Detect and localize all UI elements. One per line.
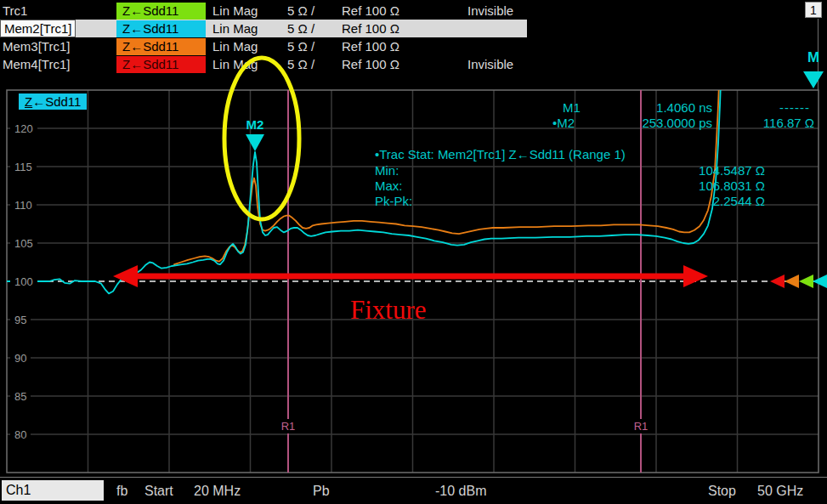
- marker-m1-value: 1.4060 ns: [595, 100, 712, 115]
- active-trace-chip[interactable]: Z←Sdd11: [19, 93, 87, 110]
- y-tick-105: 105: [10, 237, 37, 250]
- y-tick-120: 120: [10, 122, 37, 135]
- y-tick-90: 90: [10, 352, 31, 365]
- trac-stat-max-value: 106.8031 Ω: [637, 178, 765, 193]
- marker-m2-level: 116.87 Ω: [729, 116, 814, 130]
- fb-label: fb: [116, 481, 127, 501]
- marker-m1-name[interactable]: M1: [563, 100, 581, 115]
- y-tick-115: 115: [10, 161, 37, 173]
- marker-m1-flag-icon[interactable]: [803, 71, 824, 88]
- marker-m2-flag-label[interactable]: M2: [231, 117, 279, 132]
- trac-stat-min-label: Min:: [375, 163, 399, 178]
- y-tick-95: 95: [10, 314, 31, 326]
- fixture-annotation-label: Fixture: [350, 295, 427, 326]
- trac-stat-pkpk-value: 2.2544 Ω: [637, 194, 765, 208]
- y-tick-85: 85: [10, 390, 31, 403]
- marker-m1-flag-label[interactable]: M: [802, 49, 824, 66]
- power-value[interactable]: -10 dBm: [435, 481, 486, 501]
- trac-stat-pkpk-label: Pk-Pk:: [375, 194, 412, 208]
- pb-label: Pb: [313, 481, 330, 501]
- vna-screen: Trc1 Z←Sdd11 Lin Mag 5 Ω / Ref 100 Ω Inv…: [0, 0, 827, 504]
- plot-canvas: [0, 0, 827, 504]
- range-marker-r1-label[interactable]: R1: [277, 419, 299, 433]
- y-tick-100: 100: [10, 275, 37, 288]
- trac-stat-max-label: Max:: [375, 178, 403, 193]
- marker-m1-level: ------: [742, 100, 810, 115]
- trac-stat-min-value: 104.5487 Ω: [637, 163, 765, 178]
- y-tick-110: 110: [10, 199, 37, 212]
- y-tick-80: 80: [10, 428, 31, 441]
- start-value[interactable]: 20 MHz: [194, 481, 241, 501]
- stop-value[interactable]: 50 GHz: [757, 481, 803, 501]
- marker-m2-name[interactable]: •M2: [552, 116, 575, 130]
- range-marker-r1-label[interactable]: R1: [630, 419, 652, 433]
- trac-stat-title: •Trac Stat: Mem2[Trc1] Z←Sdd11 (Range 1): [375, 147, 626, 161]
- marker-m2-value: 253.0000 ps: [595, 116, 712, 130]
- start-label[interactable]: Start: [144, 481, 173, 501]
- stop-label[interactable]: Stop: [708, 481, 736, 501]
